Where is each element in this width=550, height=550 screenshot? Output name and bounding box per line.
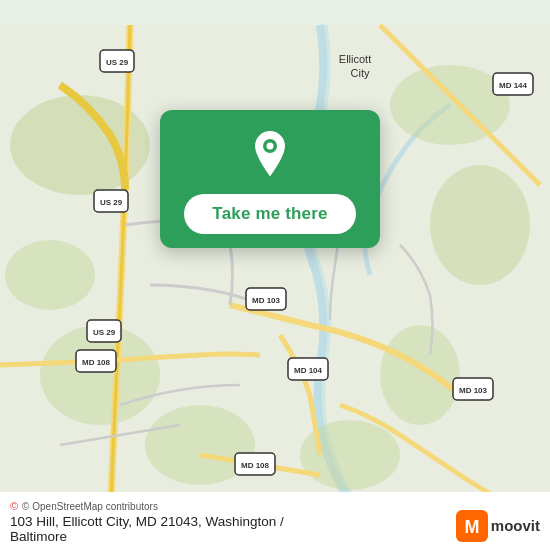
address-line1: 103 Hill, Ellicott City, MD 21043, Washi…: [10, 514, 284, 529]
take-me-there-button[interactable]: Take me there: [184, 194, 355, 234]
svg-text:Ellicott: Ellicott: [339, 53, 371, 65]
moovit-logo: M moovit: [456, 510, 540, 542]
svg-text:US 29: US 29: [93, 328, 116, 337]
svg-point-3: [430, 165, 530, 285]
svg-text:US 29: US 29: [106, 58, 129, 67]
moovit-brand-text: moovit: [491, 518, 540, 535]
svg-text:MD 108: MD 108: [82, 358, 111, 367]
svg-text:M: M: [464, 517, 479, 537]
svg-point-2: [390, 65, 510, 145]
svg-text:MD 103: MD 103: [459, 386, 488, 395]
svg-text:MD 108: MD 108: [241, 461, 270, 470]
location-card: Take me there: [160, 110, 380, 248]
svg-text:City: City: [351, 67, 370, 79]
attribution-text: © OpenStreetMap contributors: [22, 501, 158, 512]
svg-point-6: [5, 240, 95, 310]
svg-text:US 29: US 29: [100, 198, 123, 207]
location-pin-icon: [248, 128, 292, 180]
map-container: US 29 US 29 US 29 MD 144 MD 103 MD 103 M…: [0, 0, 550, 550]
svg-text:MD 144: MD 144: [499, 81, 528, 90]
svg-text:MD 103: MD 103: [252, 296, 281, 305]
map-background: US 29 US 29 US 29 MD 144 MD 103 MD 103 M…: [0, 0, 550, 550]
pin-icon-wrapper: [248, 128, 292, 184]
svg-point-4: [380, 325, 460, 425]
openstreetmap-icon: ©: [10, 500, 18, 512]
svg-text:MD 104: MD 104: [294, 366, 323, 375]
address-line2: Baltimore: [10, 529, 67, 544]
moovit-icon: M: [456, 510, 488, 542]
svg-point-30: [267, 143, 274, 150]
